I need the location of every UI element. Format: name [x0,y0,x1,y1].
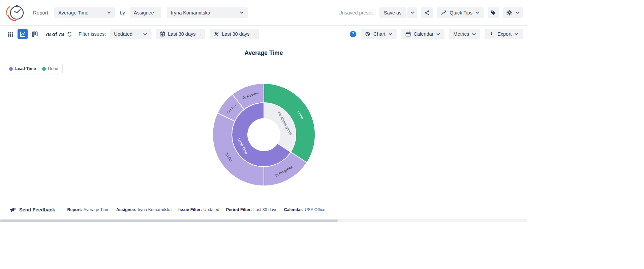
app-logo[interactable] [5,4,26,22]
tag-icon [491,10,496,15]
save-as-button[interactable]: Save as [379,7,406,18]
quick-tips-label: Quick Tips [450,10,472,15]
metrics-button[interactable]: Metrics [449,29,480,39]
footer-summary: Report:Average Time Assignee:Iryna Komar… [67,207,325,212]
toolbar-actions: ? Chart Calendar [350,29,523,39]
calendar-clock-icon [160,31,165,37]
chart-area: Average Time Lead Time Done No status gr… [0,42,527,200]
chart-view-button[interactable] [18,29,28,39]
footer-meta-assignee: Assignee:Iryna Komarnitska [116,207,172,212]
export-icon [489,31,494,37]
quick-tips-button[interactable]: Quick Tips [437,7,484,18]
footer-meta-issue-filter: Issue Filter:Updated [178,207,219,212]
chevron-down-icon [476,11,479,14]
chevron-down-icon [472,33,476,35]
period-filter-value: Last 30 days [222,31,249,37]
chevron-down-icon [240,11,244,14]
chart-view-icon [20,31,26,37]
chevron-down-icon [389,33,392,35]
legend-item-done[interactable]: Done [42,66,58,71]
footer-meta-label: Issue Filter: [178,207,202,212]
trend-arrow-icon [441,10,447,15]
footer-meta-value: Last 30 days [253,207,277,212]
page: Report: Average Time by Assignee Iryna K… [0,0,644,269]
legend-dot-done [42,67,46,71]
calendar-icon [405,31,411,37]
export-button-label: Export [497,31,512,37]
chevron-down-icon [107,11,111,14]
footer-meta-label: Calendar: [284,207,304,212]
footer-meta-label: Period Filter: [226,207,252,212]
horizontal-scrollbar[interactable] [0,219,527,222]
footer-meta-value: Updated [203,207,219,212]
chart-legend: Lead Time Done [5,64,63,73]
group-by-value: Assignee [134,10,154,15]
legend-dot-lead-time [9,67,13,71]
metrics-button-label: Metrics [453,31,469,37]
footer-meta-value: Iryna Komarnitska [137,207,172,212]
send-feedback-button[interactable]: Send Feedback [9,207,55,213]
legend-label-done: Done [48,66,58,71]
footer-meta-value: USA Office [305,207,325,212]
assignee-select[interactable]: Iryna Komarnitska [167,7,248,18]
chart-options-button[interactable]: Chart [361,29,396,39]
footer-meta-report: Report:Average Time [67,207,109,212]
chevron-down-icon [143,33,147,35]
legend-label-lead-time: Lead Time [15,66,36,71]
grid-view-button[interactable] [5,29,16,39]
save-preset-options-button[interactable] [407,7,417,18]
send-feedback-label: Send Feedback [19,207,55,212]
share-icon [424,10,430,15]
megaphone-icon [9,207,16,213]
report-type-value: Average Time [58,10,88,15]
export-button[interactable]: Export [485,29,523,39]
date-range-value: Last 30 days [168,31,195,37]
issue-filter-select[interactable]: Updated [110,29,151,39]
footer-meta-value: Average Time [84,207,110,212]
assignee-value: Iryna Komarnitska [171,10,210,15]
board-view-button[interactable] [30,29,40,39]
tag-button[interactable] [488,7,499,18]
period-filter-select[interactable]: Last 30 days [210,29,259,39]
gear-icon [507,10,512,15]
question-mark-icon: ? [352,32,355,36]
refresh-button[interactable] [66,31,73,38]
chevron-down-icon [410,11,414,14]
save-as-label: Save as [384,10,401,15]
footer-meta-period-filter: Period Filter:Last 30 days [226,207,277,212]
legend-item-lead-time[interactable]: Lead Time [9,66,36,71]
footer-meta-label: Report: [67,207,82,212]
chevron-down-icon [516,11,519,14]
filter-issues-label: Filter issues: [79,31,106,37]
help-button[interactable]: ? [350,31,356,37]
header-actions: Unsaved preset Save as [338,7,523,18]
calendar-button[interactable]: Calendar [401,29,445,39]
refresh-icon [67,31,72,37]
chevron-down-icon [436,33,440,35]
share-button[interactable] [421,7,433,18]
app-container: Report: Average Time by Assignee Iryna K… [0,0,527,222]
chart-title: Average Time [0,42,527,57]
footer: Send Feedback Report:Average Time Assign… [0,200,527,219]
stopwatch-logo-icon [5,4,25,22]
pie-chart-icon [365,31,370,37]
settings-button[interactable] [503,7,523,18]
report-label: Report: [33,10,50,15]
board-view-icon [32,31,38,37]
issue-filter-value: Updated [114,31,132,37]
calendar-button-label: Calendar [414,31,434,37]
group-by-select[interactable]: Assignee [130,7,161,18]
report-type-select[interactable]: Average Time [54,7,115,18]
by-label: by [120,10,125,15]
date-range-select[interactable]: Last 30 days [156,29,205,39]
chart-options-label: Chart [373,31,385,37]
footer-meta-calendar: Calendar:USA Office [284,207,326,212]
scrollbar-thumb[interactable] [0,220,338,222]
unsaved-preset-label: Unsaved preset [338,10,373,15]
footer-meta-label: Assignee: [116,207,136,212]
sunburst-chart-wrap: No status groupLead TimeDoneIn ProgressT… [207,77,321,192]
chevron-down-icon [253,33,255,35]
grid-view-icon [8,31,13,37]
issue-count: 78 of 78 [45,31,64,37]
sunburst-chart: No status groupLead TimeDoneIn ProgressT… [207,77,321,192]
